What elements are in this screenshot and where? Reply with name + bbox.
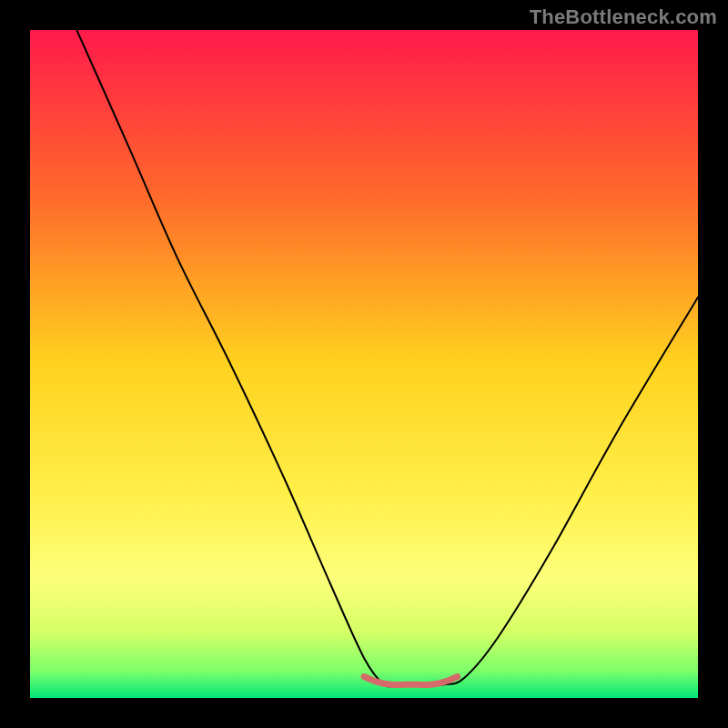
plot-area [30,30,698,698]
chart-container: TheBottleneck.com [0,0,728,728]
gradient-fill [30,30,698,698]
chart-svg [30,30,698,698]
watermark-text: TheBottleneck.com [530,5,717,29]
